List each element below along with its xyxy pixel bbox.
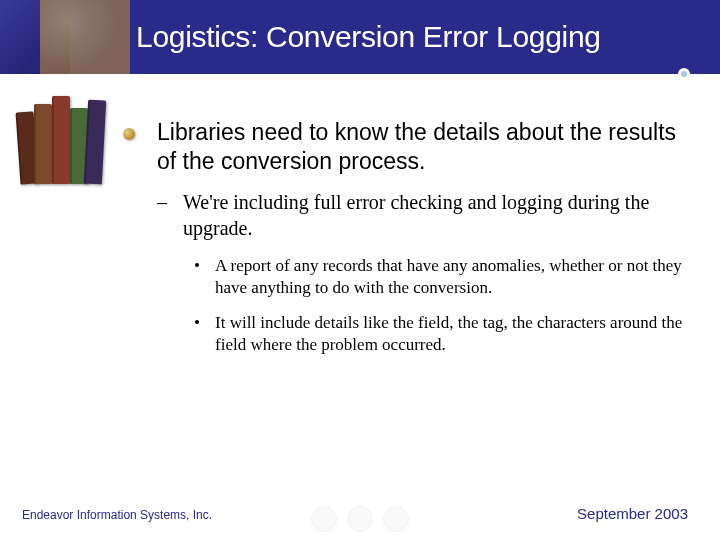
slide-header: Logistics: Conversion Error Logging <box>0 0 720 74</box>
footer-dot-icon <box>311 506 337 532</box>
bullet-level-3: A report of any records that have any an… <box>207 255 685 300</box>
footer-company: Endeavor Information Systems, Inc. <box>22 508 212 522</box>
dash-icon: – <box>157 189 167 215</box>
header-accent-dot-icon <box>678 68 690 80</box>
bullet-level-2: – We're including full error checking an… <box>175 189 685 241</box>
footer-dot-icon <box>347 506 373 532</box>
footer-dot-icon <box>383 506 409 532</box>
bullet-level-3-text: It will include details like the field, … <box>215 313 682 354</box>
bullet-level-1-text: Libraries need to know the details about… <box>157 119 676 174</box>
header-decorative-image <box>0 0 130 74</box>
bullet-level-3: It will include details like the field, … <box>207 312 685 357</box>
sidebar-books-image <box>0 74 130 194</box>
slide-footer: Endeavor Information Systems, Inc. Septe… <box>0 498 720 522</box>
bullet-level-1: Libraries need to know the details about… <box>145 118 685 177</box>
bullet-level-2-text: We're including full error checking and … <box>183 191 649 239</box>
footer-date: September 2003 <box>577 505 688 522</box>
footer-decorative-dots <box>311 506 409 532</box>
slide-title: Logistics: Conversion Error Logging <box>136 20 601 54</box>
small-dot-icon <box>195 320 199 324</box>
bullet-dot-icon <box>123 128 135 140</box>
slide-body: Libraries need to know the details about… <box>145 118 685 369</box>
bullet-level-3-text: A report of any records that have any an… <box>215 256 682 297</box>
small-dot-icon <box>195 263 199 267</box>
